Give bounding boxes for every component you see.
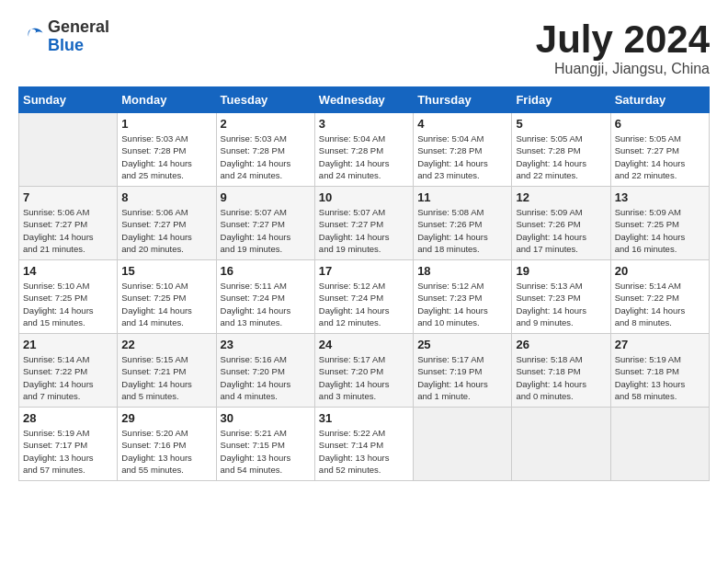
calendar-cell: 25Sunrise: 5:17 AM Sunset: 7:19 PM Dayli…	[414, 334, 512, 408]
day-info: Sunrise: 5:10 AM Sunset: 7:25 PM Dayligh…	[23, 280, 113, 328]
day-info: Sunrise: 5:05 AM Sunset: 7:28 PM Dayligh…	[516, 132, 606, 181]
day-number: 8	[121, 190, 211, 204]
day-number: 12	[516, 190, 606, 204]
day-number: 6	[615, 117, 705, 131]
day-info: Sunrise: 5:11 AM Sunset: 7:24 PM Dayligh…	[221, 280, 311, 328]
week-row-3: 21Sunrise: 5:14 AM Sunset: 7:22 PM Dayli…	[19, 334, 710, 408]
header-tuesday: Tuesday	[216, 87, 314, 113]
calendar-cell	[610, 408, 709, 481]
day-number: 3	[319, 117, 409, 131]
calendar-cell: 10Sunrise: 5:07 AM Sunset: 7:27 PM Dayli…	[314, 187, 413, 260]
calendar-cell: 20Sunrise: 5:14 AM Sunset: 7:22 PM Dayli…	[610, 260, 709, 334]
day-info: Sunrise: 5:09 AM Sunset: 7:25 PM Dayligh…	[615, 206, 705, 255]
calendar-cell	[19, 113, 118, 187]
day-number: 11	[417, 190, 507, 204]
calendar-cell: 26Sunrise: 5:18 AM Sunset: 7:18 PM Dayli…	[512, 334, 610, 408]
day-info: Sunrise: 5:17 AM Sunset: 7:19 PM Dayligh…	[417, 353, 507, 402]
day-info: Sunrise: 5:03 AM Sunset: 7:28 PM Dayligh…	[221, 132, 311, 181]
logo-blue: Blue	[48, 37, 109, 55]
day-number: 24	[319, 338, 409, 351]
header-friday: Friday	[512, 87, 610, 113]
day-info: Sunrise: 5:04 AM Sunset: 7:28 PM Dayligh…	[417, 132, 507, 181]
day-number: 10	[319, 190, 409, 204]
day-number: 21	[23, 338, 113, 351]
calendar-cell: 29Sunrise: 5:20 AM Sunset: 7:16 PM Dayli…	[118, 408, 216, 481]
day-number: 31	[319, 411, 409, 425]
subtitle: Huangji, Jiangsu, China	[536, 61, 710, 77]
week-row-0: 1Sunrise: 5:03 AM Sunset: 7:28 PM Daylig…	[19, 113, 710, 187]
calendar-cell: 15Sunrise: 5:10 AM Sunset: 7:25 PM Dayli…	[118, 260, 216, 334]
day-info: Sunrise: 5:19 AM Sunset: 7:17 PM Dayligh…	[23, 427, 113, 476]
calendar-cell: 5Sunrise: 5:05 AM Sunset: 7:28 PM Daylig…	[512, 113, 610, 187]
day-number: 27	[615, 338, 705, 351]
day-info: Sunrise: 5:07 AM Sunset: 7:27 PM Dayligh…	[221, 206, 311, 255]
calendar-cell: 3Sunrise: 5:04 AM Sunset: 7:28 PM Daylig…	[314, 113, 413, 187]
day-number: 25	[417, 338, 507, 351]
calendar-cell: 12Sunrise: 5:09 AM Sunset: 7:26 PM Dayli…	[512, 187, 610, 260]
logo-bird-icon	[18, 24, 44, 50]
day-info: Sunrise: 5:04 AM Sunset: 7:28 PM Dayligh…	[319, 132, 409, 181]
day-info: Sunrise: 5:06 AM Sunset: 7:27 PM Dayligh…	[23, 206, 113, 255]
day-info: Sunrise: 5:16 AM Sunset: 7:20 PM Dayligh…	[221, 353, 311, 402]
day-info: Sunrise: 5:18 AM Sunset: 7:18 PM Dayligh…	[516, 353, 606, 402]
day-info: Sunrise: 5:10 AM Sunset: 7:25 PM Dayligh…	[121, 280, 211, 328]
calendar-cell	[512, 408, 610, 481]
day-number: 28	[23, 411, 113, 425]
header-saturday: Saturday	[610, 87, 709, 113]
calendar-cell: 1Sunrise: 5:03 AM Sunset: 7:28 PM Daylig…	[118, 113, 216, 187]
logo-text: General Blue	[48, 18, 109, 55]
day-number: 4	[417, 117, 507, 131]
calendar-cell: 2Sunrise: 5:03 AM Sunset: 7:28 PM Daylig…	[216, 113, 314, 187]
calendar-cell: 8Sunrise: 5:06 AM Sunset: 7:27 PM Daylig…	[118, 187, 216, 260]
header-sunday: Sunday	[19, 87, 118, 113]
day-info: Sunrise: 5:20 AM Sunset: 7:16 PM Dayligh…	[121, 427, 211, 476]
day-info: Sunrise: 5:21 AM Sunset: 7:15 PM Dayligh…	[221, 427, 311, 476]
header-monday: Monday	[118, 87, 216, 113]
calendar-cell: 23Sunrise: 5:16 AM Sunset: 7:20 PM Dayli…	[216, 334, 314, 408]
day-info: Sunrise: 5:17 AM Sunset: 7:20 PM Dayligh…	[319, 353, 409, 402]
header-row: Sunday Monday Tuesday Wednesday Thursday…	[19, 87, 710, 113]
calendar-cell: 16Sunrise: 5:11 AM Sunset: 7:24 PM Dayli…	[216, 260, 314, 334]
day-number: 20	[615, 264, 705, 278]
day-number: 9	[221, 190, 311, 204]
calendar-cell: 17Sunrise: 5:12 AM Sunset: 7:24 PM Dayli…	[314, 260, 413, 334]
day-number: 26	[516, 338, 606, 351]
calendar-body: 1Sunrise: 5:03 AM Sunset: 7:28 PM Daylig…	[19, 113, 710, 481]
day-number: 13	[615, 190, 705, 204]
day-number: 14	[23, 264, 113, 278]
day-number: 18	[417, 264, 507, 278]
day-info: Sunrise: 5:12 AM Sunset: 7:24 PM Dayligh…	[319, 280, 409, 328]
logo-general: General	[48, 18, 109, 37]
week-row-1: 7Sunrise: 5:06 AM Sunset: 7:27 PM Daylig…	[19, 187, 710, 260]
calendar-cell: 13Sunrise: 5:09 AM Sunset: 7:25 PM Dayli…	[610, 187, 709, 260]
day-number: 17	[319, 264, 409, 278]
day-number: 29	[121, 411, 211, 425]
day-info: Sunrise: 5:09 AM Sunset: 7:26 PM Dayligh…	[516, 206, 606, 255]
day-number: 16	[221, 264, 311, 278]
calendar-cell: 14Sunrise: 5:10 AM Sunset: 7:25 PM Dayli…	[19, 260, 118, 334]
day-number: 2	[221, 117, 311, 131]
calendar-cell: 27Sunrise: 5:19 AM Sunset: 7:18 PM Dayli…	[610, 334, 709, 408]
day-info: Sunrise: 5:03 AM Sunset: 7:28 PM Dayligh…	[121, 132, 211, 181]
main-title: July 2024	[536, 18, 710, 61]
calendar-cell: 18Sunrise: 5:12 AM Sunset: 7:23 PM Dayli…	[414, 260, 512, 334]
day-info: Sunrise: 5:05 AM Sunset: 7:27 PM Dayligh…	[615, 132, 705, 181]
calendar-cell	[414, 408, 512, 481]
day-info: Sunrise: 5:06 AM Sunset: 7:27 PM Dayligh…	[121, 206, 211, 255]
day-info: Sunrise: 5:19 AM Sunset: 7:18 PM Dayligh…	[615, 353, 705, 402]
week-row-4: 28Sunrise: 5:19 AM Sunset: 7:17 PM Dayli…	[19, 408, 710, 481]
calendar-cell: 30Sunrise: 5:21 AM Sunset: 7:15 PM Dayli…	[216, 408, 314, 481]
header-wednesday: Wednesday	[314, 87, 413, 113]
calendar-cell: 6Sunrise: 5:05 AM Sunset: 7:27 PM Daylig…	[610, 113, 709, 187]
day-info: Sunrise: 5:15 AM Sunset: 7:21 PM Dayligh…	[121, 353, 211, 402]
day-info: Sunrise: 5:14 AM Sunset: 7:22 PM Dayligh…	[23, 353, 113, 402]
day-number: 30	[221, 411, 311, 425]
page-header: General Blue July 2024 Huangji, Jiangsu,…	[18, 18, 710, 77]
day-info: Sunrise: 5:14 AM Sunset: 7:22 PM Dayligh…	[615, 280, 705, 328]
calendar-cell: 28Sunrise: 5:19 AM Sunset: 7:17 PM Dayli…	[19, 408, 118, 481]
calendar-cell: 11Sunrise: 5:08 AM Sunset: 7:26 PM Dayli…	[414, 187, 512, 260]
calendar-cell: 24Sunrise: 5:17 AM Sunset: 7:20 PM Dayli…	[314, 334, 413, 408]
day-number: 7	[23, 190, 113, 204]
day-number: 1	[121, 117, 211, 131]
day-number: 15	[121, 264, 211, 278]
